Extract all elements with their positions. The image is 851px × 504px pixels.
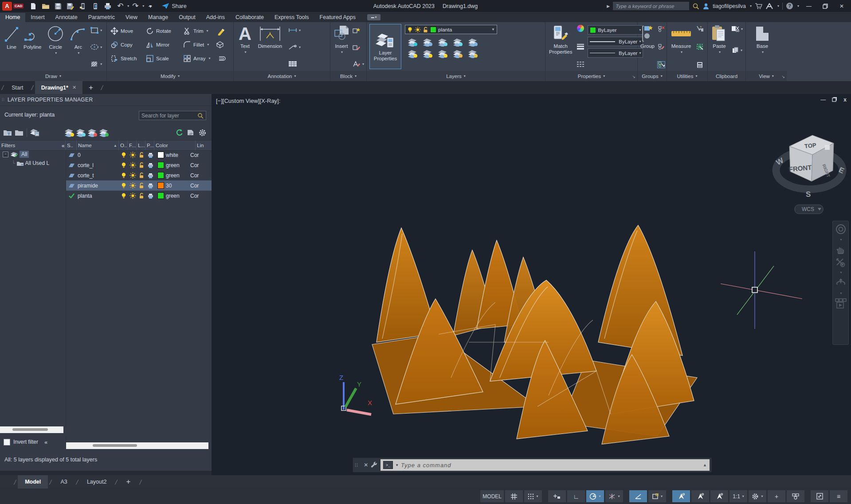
vp-restore-icon[interactable]: [832, 97, 837, 103]
customization-menu-icon[interactable]: ≡: [830, 490, 847, 502]
ribbon-tab-output[interactable]: Output: [173, 13, 201, 22]
panel-label-utilities[interactable]: Utilities▾: [667, 71, 707, 81]
dynamic-input-icon[interactable]: [548, 490, 566, 502]
linetype-icon[interactable]: [576, 61, 584, 67]
drawing-viewport[interactable]: Z Y X [−][Custom View][X-Ray]: — x W S: [212, 94, 851, 475]
edit-attributes-button[interactable]: ▾: [353, 59, 364, 68]
share-label[interactable]: Share: [172, 3, 186, 9]
layer-search-input[interactable]: Search for layer: [139, 111, 206, 120]
customization-plus-icon[interactable]: +: [768, 490, 785, 502]
layer-unlock-icon[interactable]: [450, 48, 465, 59]
cmd-dropdown-icon[interactable]: ▼: [395, 463, 399, 467]
ribbon-tab-collaborate[interactable]: Collaborate: [230, 13, 269, 22]
isometric-drafting-icon[interactable]: ▾: [605, 490, 623, 502]
text-dropdown-icon[interactable]: ▾: [244, 50, 246, 54]
polyline-button[interactable]: Polyline: [22, 24, 43, 51]
trim-dropdown-icon[interactable]: ▾: [207, 29, 208, 33]
ribbon-minimize-button[interactable]: ▬ ▾: [367, 14, 380, 20]
scale-icon[interactable]: [146, 55, 154, 63]
copy-icon[interactable]: [110, 41, 118, 49]
col-color[interactable]: Color: [154, 141, 196, 150]
measure-dropdown-icon[interactable]: ▾: [681, 50, 682, 54]
command-input[interactable]: >_ ▼ Type a command ▲: [380, 459, 710, 471]
new-drawing-tab-button[interactable]: +: [82, 81, 99, 94]
layer-plot-icon[interactable]: [146, 183, 155, 189]
ribbon-tab-add-ins[interactable]: Add-ins: [201, 13, 230, 22]
dimension-button[interactable]: Dimension: [256, 24, 284, 50]
properties-launcher-icon[interactable]: ↘: [632, 74, 635, 79]
new-file-icon[interactable]: [28, 1, 39, 11]
move-icon[interactable]: [110, 27, 118, 35]
layer-on-icon[interactable]: [119, 182, 128, 189]
isolate-objects-icon[interactable]: [787, 490, 804, 502]
help-icon[interactable]: ?: [786, 2, 793, 10]
trim-icon[interactable]: [183, 27, 191, 35]
create-block-button[interactable]: [353, 26, 364, 35]
autocad-logo-icon[interactable]: A: [2, 2, 12, 11]
minimize-button[interactable]: —: [802, 1, 816, 11]
layer-unlock-icon[interactable]: [137, 162, 146, 168]
help-dropdown-icon[interactable]: ▾: [797, 4, 799, 8]
fillet-button[interactable]: Fillet: [193, 42, 204, 47]
layer-linetype[interactable]: Cor: [190, 183, 204, 189]
layer-color-swatch[interactable]: [157, 162, 164, 168]
save-as-icon[interactable]: [65, 1, 76, 11]
panel-label-view[interactable]: View▾: [746, 71, 787, 81]
model-3d-canvas[interactable]: Z Y X: [212, 94, 851, 475]
edit-block-button[interactable]: [353, 43, 364, 51]
array-dropdown-icon[interactable]: ▾: [208, 56, 210, 60]
cmd-close-icon[interactable]: ✕: [364, 462, 368, 468]
layer-match-icon[interactable]: [465, 36, 480, 48]
lineweight-icon[interactable]: [576, 43, 584, 50]
username[interactable]: tiagofilipesilva: [713, 3, 746, 9]
col-linetype[interactable]: Lin: [196, 141, 209, 150]
layer-on-icon[interactable]: [119, 192, 128, 199]
layer-lock-icon[interactable]: [450, 36, 465, 48]
fillet-dropdown-icon[interactable]: ▾: [207, 43, 209, 47]
object-snap-icon[interactable]: ▾: [648, 490, 666, 502]
col-name[interactable]: Name▲: [77, 141, 119, 150]
showmotion-icon[interactable]: [835, 298, 847, 309]
layer-isolate-icon[interactable]: [420, 36, 435, 48]
group-edit-icon[interactable]: [657, 43, 665, 50]
panel-label-layers[interactable]: Layers▾: [367, 71, 545, 81]
user-dropdown-icon[interactable]: ▾: [750, 4, 752, 8]
ribbon-tab-annotate[interactable]: Annotate: [50, 13, 83, 22]
ungroup-icon[interactable]: [657, 26, 665, 32]
autodesk-logo-icon[interactable]: [765, 3, 773, 9]
workspace-switching-icon[interactable]: ▾: [749, 490, 766, 502]
new-group-filter-icon[interactable]: [13, 127, 25, 138]
ribbon-tab-manage[interactable]: Manage: [143, 13, 173, 22]
attr-dropdown-icon[interactable]: ▾: [362, 62, 364, 66]
layer-row-corte_t[interactable]: corte_tgreenCor: [66, 170, 212, 180]
layer-color-swatch[interactable]: [157, 172, 164, 179]
keyword-search-input[interactable]: Type a keyword or phrase: [613, 2, 689, 10]
tab-drawing1[interactable]: Drawing1*✕: [35, 81, 82, 94]
layer-plot-icon[interactable]: [146, 172, 155, 179]
layer-on-icon[interactable]: [405, 48, 420, 59]
layer-name[interactable]: planta: [77, 193, 119, 199]
rotate-icon[interactable]: [146, 27, 154, 35]
grid-display-icon[interactable]: [505, 490, 523, 502]
polar-tracking-icon[interactable]: ▾: [586, 490, 604, 502]
layer-name[interactable]: corte_l: [77, 162, 119, 168]
layer-linetype[interactable]: Cor: [190, 162, 204, 168]
layer-color-swatch[interactable]: [157, 192, 164, 199]
arc-dropdown-icon[interactable]: ▾: [78, 51, 79, 55]
point-id-icon[interactable]: [696, 43, 704, 50]
explode-icon[interactable]: [216, 40, 224, 49]
stretch-button[interactable]: Stretch: [121, 56, 144, 61]
layer-name[interactable]: 0: [77, 152, 119, 158]
save-icon[interactable]: [53, 1, 63, 11]
redo-dropdown-icon[interactable]: ▾: [142, 4, 144, 8]
layer-color-name[interactable]: white: [166, 152, 190, 158]
col-plot[interactable]: P...: [145, 141, 154, 150]
hatch-button[interactable]: ▾: [90, 59, 102, 68]
ribbon-tab-featured-apps[interactable]: Featured Apps: [314, 13, 361, 22]
copy-button[interactable]: Copy: [121, 42, 144, 47]
close-button[interactable]: ✕: [835, 1, 848, 11]
undo-icon[interactable]: ↶: [115, 1, 125, 11]
layer-color-name[interactable]: green: [166, 193, 190, 199]
set-current-layer-icon[interactable]: [98, 127, 110, 138]
trim-button[interactable]: Trim: [193, 28, 204, 34]
